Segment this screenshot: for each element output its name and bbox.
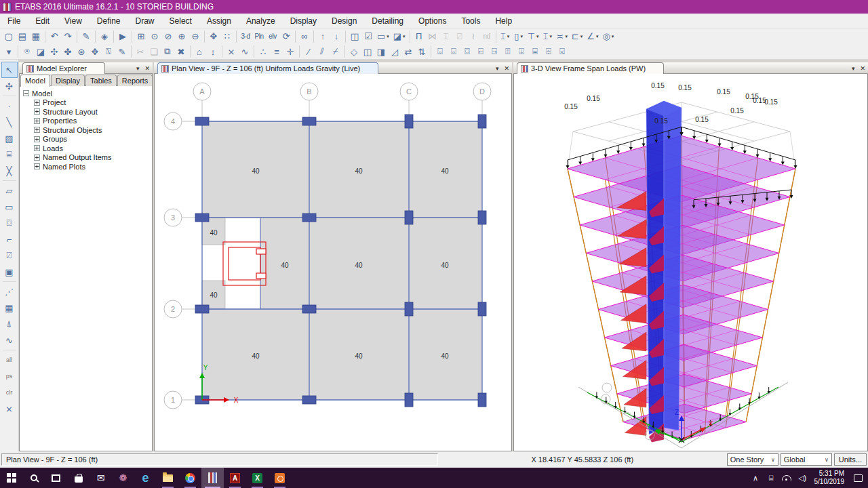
save-model-icon[interactable]: ▦ <box>29 30 43 43</box>
previous-zoom-icon[interactable]: ⊘ <box>161 30 175 43</box>
core-wall-outline[interactable] <box>229 247 260 280</box>
dropdown-caret-icon[interactable]: ▾ <box>403 34 406 39</box>
view-plan-button[interactable]: Pln <box>252 30 266 43</box>
tray-network-button[interactable] <box>779 468 795 488</box>
core-wall-stub[interactable] <box>256 249 266 254</box>
column-marker[interactable] <box>478 302 486 316</box>
model-towers-icon[interactable]: ⌂ <box>193 45 206 58</box>
draw-rect-floor-icon[interactable]: ▭ <box>1 199 18 215</box>
move-objects-icon[interactable]: ✛ <box>283 45 297 58</box>
previous-selection-button[interactable]: ps <box>1 368 18 384</box>
tree-item-named-plots[interactable]: Named Plots <box>23 162 152 171</box>
assign-joint-icon[interactable]: ⍟ <box>20 45 34 58</box>
task-view-button[interactable] <box>45 468 67 488</box>
assign-frame-icon[interactable]: ◪ <box>34 45 47 58</box>
new-model-icon[interactable]: ▢ <box>2 30 16 43</box>
view-3d-button[interactable]: 3-d <box>239 30 252 43</box>
restore-full-view-icon[interactable]: ⊙ <box>148 30 161 43</box>
refresh-window-icon[interactable]: ✎ <box>79 30 93 43</box>
tab-model[interactable]: Model <box>20 75 50 87</box>
zoom-out-icon[interactable]: ⊖ <box>189 30 202 43</box>
collapse-icon[interactable]: ▾ <box>852 65 855 72</box>
rubber-band-zoom-icon[interactable]: ⊞ <box>134 30 148 43</box>
menu-options[interactable]: Options <box>411 14 454 28</box>
expand-node-icon[interactable] <box>34 127 40 133</box>
file-explorer-button[interactable] <box>157 468 179 488</box>
flip-horizontal-icon[interactable]: ⇄ <box>401 45 415 58</box>
break-objects-icon[interactable]: ⨯ <box>224 45 238 58</box>
expand-node-icon[interactable] <box>34 118 40 124</box>
channel-section-icon[interactable]: ⊏▾ <box>570 30 585 43</box>
chamfer-areas-icon[interactable]: ◿ <box>388 45 401 58</box>
reshape-objects-icon[interactable]: ✣ <box>1 78 18 94</box>
tree-item-loads[interactable]: Loads <box>23 144 152 153</box>
invert-selection-icon[interactable]: ⨯ <box>1 401 18 417</box>
tree-item-model[interactable]: Model <box>23 89 152 98</box>
etabs-taskbar-button[interactable] <box>201 468 224 488</box>
expand-node-icon[interactable] <box>34 155 40 161</box>
truss-section-icon[interactable]: ≍▾ <box>554 30 569 43</box>
output-tables-icon[interactable]: ⍃ <box>555 45 569 58</box>
story-mode-dropdown[interactable]: One Story ∨ <box>727 453 778 466</box>
quick-draw-wall-icon[interactable]: ⍁ <box>1 247 18 264</box>
dimension-lines-icon[interactable]: ↕ <box>206 45 220 58</box>
draw-floor-icon[interactable]: ▱ <box>1 182 18 199</box>
show-deformed-icon[interactable]: ⌸ <box>528 45 542 58</box>
model-explorer-tab[interactable]: Model Explorer <box>22 62 105 74</box>
tray-expand-button[interactable]: ∧ <box>748 468 764 488</box>
quick-draw-floor-icon[interactable]: ⌼ <box>1 215 18 231</box>
expand-node-icon[interactable] <box>34 136 40 142</box>
start-button[interactable] <box>0 468 22 488</box>
menu-help[interactable]: Help <box>488 14 519 28</box>
acrobat-button[interactable]: A <box>224 468 246 488</box>
core-wall-face[interactable] <box>664 101 682 430</box>
view-3d-tab[interactable]: 3-D View Frame Span Loads (PW) <box>517 62 664 74</box>
more-commands-icon[interactable]: ▾ <box>2 45 16 58</box>
move-story-up-icon[interactable]: ↑ <box>316 30 330 43</box>
dropdown-caret-icon[interactable]: ▾ <box>612 34 614 39</box>
mail-button[interactable]: ✉ <box>90 468 112 488</box>
menu-select[interactable]: Select <box>162 14 199 28</box>
store-button[interactable] <box>67 468 90 488</box>
expand-node-icon[interactable] <box>34 108 40 115</box>
column-marker[interactable] <box>195 214 209 222</box>
select-all-button[interactable]: all <box>1 352 18 368</box>
undo-icon[interactable]: ↶ <box>47 30 61 43</box>
quick-draw-frame-icon[interactable]: ▨ <box>1 130 18 146</box>
rotate-3d-view-icon[interactable]: ⟳ <box>279 30 293 43</box>
draw-dimension-icon[interactable]: ⍋ <box>1 316 18 332</box>
close-icon[interactable]: ✕ <box>144 65 150 72</box>
angle-section-icon[interactable]: ∠▾ <box>585 30 600 43</box>
draw-wall-icon[interactable]: ⌐ <box>1 231 18 247</box>
tab-reports[interactable]: Reports <box>117 75 153 86</box>
expand-node-icon[interactable] <box>34 163 40 169</box>
draw-reference-icon[interactable]: ∿ <box>1 332 18 348</box>
plan-canvas[interactable]: ABCD43214040404040404040404040YX <box>155 74 511 450</box>
column-marker[interactable] <box>405 302 413 316</box>
core-wall-stub[interactable] <box>256 273 266 279</box>
menu-file[interactable]: File <box>0 14 28 28</box>
assign-mass-icon[interactable]: ⍂ <box>102 45 115 58</box>
edit-frames-icon[interactable]: ⫽ <box>315 45 329 58</box>
plan-view-tab[interactable]: Plan View - 9F - Z = 106 (ft) Uniform Lo… <box>157 62 378 74</box>
column-marker[interactable] <box>302 214 316 222</box>
tree-item-structural-objects[interactable]: Structural Objects <box>23 125 152 135</box>
menu-design[interactable]: Design <box>324 14 364 28</box>
mesh-areas-icon[interactable]: ◇ <box>347 45 361 58</box>
column-marker[interactable] <box>405 115 413 128</box>
paint3d-button[interactable]: ❁ <box>112 468 134 488</box>
check-model-icon[interactable]: ⌺ <box>433 45 447 58</box>
column-marker[interactable] <box>478 211 486 224</box>
collapse-icon[interactable]: ▾ <box>136 65 140 72</box>
column-marker[interactable] <box>478 115 486 128</box>
dropdown-caret-icon[interactable]: ▾ <box>536 34 539 39</box>
menu-assign[interactable]: Assign <box>199 14 239 28</box>
tab-display[interactable]: Display <box>51 75 85 86</box>
tree-item-named-output-items[interactable]: Named Output Items <box>23 153 152 163</box>
pipe-section-icon[interactable]: ◎▾ <box>600 30 616 43</box>
dropdown-caret-icon[interactable]: ▾ <box>596 34 599 39</box>
draw-opening-icon[interactable]: ▣ <box>1 264 18 280</box>
quick-draw-columns-icon[interactable]: ⌸ <box>1 146 18 163</box>
assign-frame-load-icon[interactable]: ⊛ <box>75 45 88 58</box>
extend-objects-icon[interactable]: ∿ <box>238 45 252 58</box>
